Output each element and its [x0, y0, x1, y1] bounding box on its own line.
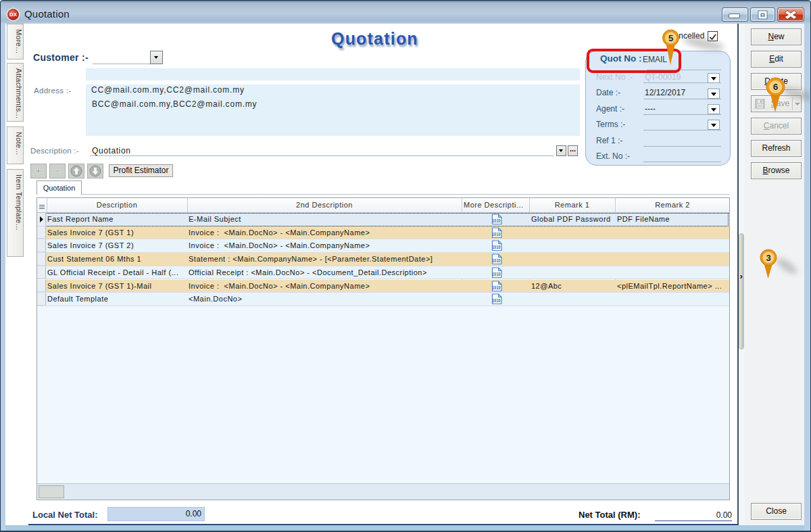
svg-text:5: 5	[668, 33, 673, 43]
svg-text:6: 6	[773, 82, 779, 92]
svg-text:1010: 1010	[492, 270, 501, 276]
svg-text:1010: 1010	[492, 284, 501, 290]
svg-text:1010: 1010	[492, 231, 501, 237]
svg-text:1010: 1010	[492, 244, 501, 250]
svg-text:1010: 1010	[492, 218, 501, 224]
svg-text:1010: 1010	[492, 258, 501, 264]
svg-text:1010: 1010	[492, 297, 501, 304]
svg-text:3: 3	[766, 253, 770, 263]
